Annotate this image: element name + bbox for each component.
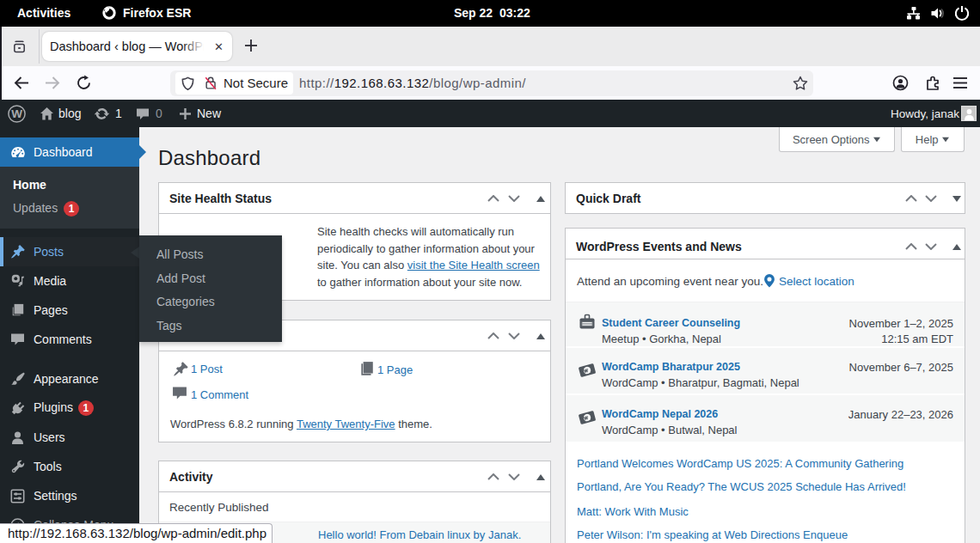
svg-text:W: W xyxy=(11,107,22,120)
